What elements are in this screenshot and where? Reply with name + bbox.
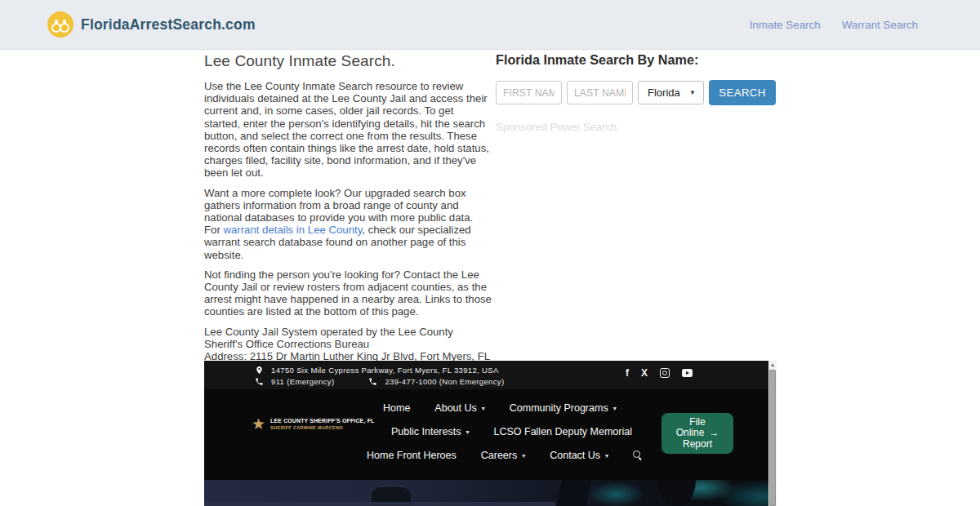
embed-nav-row-1: Home About Us ▾ Community Programs ▾ xyxy=(383,402,617,414)
handcuffs-icon xyxy=(47,11,74,38)
sheriff-logo-text: LEE COUNTY SHERIFF'S OFFICE, FL SHERIFF … xyxy=(270,418,374,430)
state-select[interactable]: Florida ▼ xyxy=(638,81,704,104)
embed-address-row: 14750 Six Mile Cypress Parkway, Fort Mye… xyxy=(255,366,499,375)
embed-scrollbar[interactable]: ▲ xyxy=(768,361,777,506)
sponsored-note: Sponsored Power Search. xyxy=(496,121,777,133)
nav-label: Home Front Heroes xyxy=(367,450,457,461)
state-select-value: Florida xyxy=(648,87,680,99)
embed-navbar: ★ LEE COUNTY SHERIFF'S OFFICE, FL SHERIF… xyxy=(204,389,768,480)
phone-icon xyxy=(255,377,264,386)
jail-operator-line: Lee County Jail System operated by the L… xyxy=(204,326,453,350)
embed-topbar: 14750 Six Mile Cypress Parkway, Fort Mye… xyxy=(204,361,768,389)
sheriff-name: SHERIFF CARMINE MARCENO xyxy=(270,425,374,430)
site-header: FloridaArrestSearch.com Inmate Search Wa… xyxy=(0,0,980,50)
nav-label: Careers xyxy=(481,450,517,461)
embed-phone-row: 911 (Emergency) 239-477-1000 (Non Emerge… xyxy=(255,377,504,386)
nav-warrant-search[interactable]: Warrant Search xyxy=(842,19,918,31)
nav-label: Home xyxy=(383,402,410,414)
embed-emergency-phone: 911 (Emergency) xyxy=(271,377,334,386)
embed-nav-public-interests[interactable]: Public Interests ▾ xyxy=(391,426,469,437)
last-name-input[interactable] xyxy=(567,81,633,104)
brand-name: FloridaArrestSearch.com xyxy=(81,16,256,33)
embed-nav-row-3: Home Front Heroes Careers ▾ Contact Us ▾ xyxy=(367,450,643,461)
sheriff-logo[interactable]: ★ LEE COUNTY SHERIFF'S OFFICE, FL SHERIF… xyxy=(252,416,374,432)
embed-nav-contact-us[interactable]: Contact Us ▾ xyxy=(550,450,608,461)
embed-nav-home-front-heroes[interactable]: Home Front Heroes xyxy=(367,450,457,461)
embed-nav-community-programs[interactable]: Community Programs ▾ xyxy=(510,402,617,414)
warrant-details-link[interactable]: warrant details in Lee County xyxy=(223,224,362,236)
nav-label: Community Programs xyxy=(510,402,608,414)
sheriff-site-embed: 14750 Six Mile Cypress Parkway, Fort Mye… xyxy=(204,361,777,506)
file-online-report-button[interactable]: File Online → Report xyxy=(662,413,733,454)
chevron-down-icon: ▾ xyxy=(613,405,617,412)
photo-pillar-shape xyxy=(658,480,696,506)
arrow-right-icon: → xyxy=(709,428,719,439)
patrol-car-photo xyxy=(204,480,768,506)
page-title: Lee County Inmate Search. xyxy=(204,52,492,70)
embed-nav-home[interactable]: Home xyxy=(383,402,410,414)
intro-paragraph: Use the Lee County Inmate Search resourc… xyxy=(204,80,492,180)
handcuff-right-icon xyxy=(60,23,69,33)
chevron-down-icon: ▾ xyxy=(522,452,525,459)
phone-icon xyxy=(368,377,377,386)
instagram-icon[interactable] xyxy=(660,368,670,378)
scrollbar-up-arrow-icon[interactable]: ▲ xyxy=(768,362,777,368)
facebook-icon[interactable]: f xyxy=(626,368,629,378)
youtube-icon[interactable] xyxy=(682,369,693,377)
chevron-down-icon: ▾ xyxy=(466,428,469,436)
x-twitter-icon[interactable]: X xyxy=(641,368,648,378)
photo-pillar-shape xyxy=(557,480,592,506)
nav-label: Contact Us xyxy=(550,450,600,461)
photo-dashboard-shape xyxy=(204,502,555,506)
embed-address: 14750 Six Mile Cypress Parkway, Fort Mye… xyxy=(271,366,499,375)
nav-label: About Us xyxy=(434,402,476,414)
search-button[interactable]: SEARCH xyxy=(709,80,776,105)
nav-label: Public Interests xyxy=(391,426,461,437)
nav-label: LCSO Fallen Deputy Memorial xyxy=(493,426,632,437)
embed-nav-careers[interactable]: Careers ▾ xyxy=(481,450,525,461)
embed-nav-row-2: Public Interests ▾ LCSO Fallen Deputy Me… xyxy=(391,426,632,437)
embed-nav-lcso-memorial[interactable]: LCSO Fallen Deputy Memorial xyxy=(493,426,632,437)
page: FloridaArrestSearch.com Inmate Search Wa… xyxy=(0,0,980,506)
nav-inmate-search[interactable]: Inmate Search xyxy=(750,19,821,31)
file-btn-line3: Report xyxy=(683,439,712,451)
file-btn-line2-text: Online xyxy=(676,428,705,439)
sheriff-office-name: LEE COUNTY SHERIFF'S OFFICE, FL xyxy=(270,418,374,424)
search-icon[interactable] xyxy=(633,451,643,460)
embed-social-icons: f X xyxy=(626,367,693,379)
file-btn-line2: Online → xyxy=(676,428,719,439)
location-pin-icon xyxy=(255,366,264,375)
scrollbar-thumb[interactable] xyxy=(769,370,776,506)
chevron-down-icon: ▾ xyxy=(482,405,485,412)
embed-nav-about-us[interactable]: About Us ▾ xyxy=(434,402,484,414)
search-form-column: Florida Inmate Search By Name: Florida ▼… xyxy=(496,52,777,133)
header-nav: Inmate Search Warrant Search xyxy=(750,19,918,31)
not-finding-paragraph: Not finding the person you're looking fo… xyxy=(204,269,492,318)
upgraded-search-paragraph: Want a more complete look? Our upgraded … xyxy=(204,187,492,261)
brand-logo[interactable]: FloridaArrestSearch.com xyxy=(47,11,256,38)
chevron-down-icon: ▼ xyxy=(689,89,696,96)
first-name-input[interactable] xyxy=(496,81,562,104)
sheriff-star-icon: ★ xyxy=(252,416,265,432)
chevron-down-icon: ▾ xyxy=(605,452,608,459)
search-form-title: Florida Inmate Search By Name: xyxy=(496,52,777,68)
search-form-row: Florida ▼ SEARCH xyxy=(496,80,777,105)
file-btn-line1: File xyxy=(689,417,705,428)
embed-non-emergency-phone: 239-477-1000 (Non Emergency) xyxy=(385,377,504,386)
